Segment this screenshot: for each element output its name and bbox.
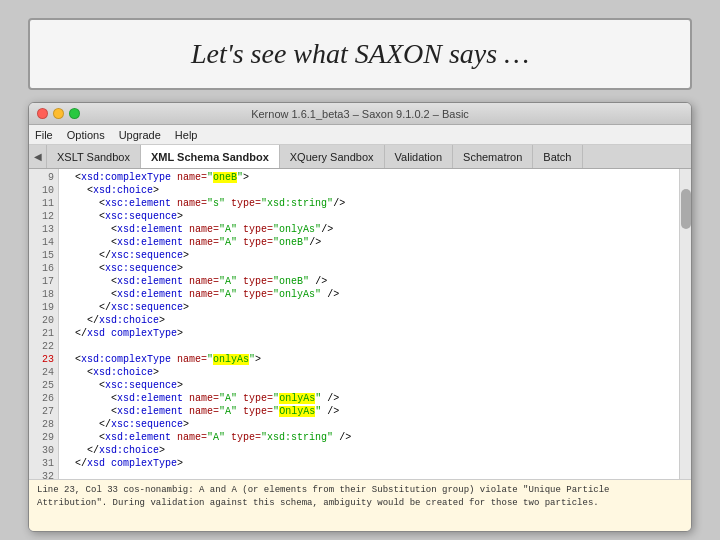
code-line-19: </xsc:sequence> — [63, 301, 675, 314]
code-line-23: <xsd:complexType name="onlyAs"> — [63, 353, 675, 366]
title-bar: Kernow 1.6.1_beta3 – Saxon 9.1.0.2 – Bas… — [29, 103, 691, 125]
code-line-18: <xsd:element name="A" type="onlyAs" /> — [63, 288, 675, 301]
tab-xslt-sandbox[interactable]: XSLT Sandbox — [47, 145, 141, 168]
maximize-button[interactable] — [69, 108, 80, 119]
line-num-10: 10 — [29, 184, 54, 197]
tab-batch[interactable]: Batch — [533, 145, 582, 168]
scroll-thumb[interactable] — [681, 189, 691, 229]
code-line-10: <xsd:choice> — [63, 184, 675, 197]
menu-options[interactable]: Options — [67, 129, 105, 141]
error-area: Line 23, Col 33 cos-nonambig: A and A (o… — [29, 479, 691, 531]
code-line-30: </xsd:choice> — [63, 444, 675, 457]
code-line-26: <xsd:element name="A" type="onlyAs" /> — [63, 392, 675, 405]
line-numbers: 9 10 11 12 13 14 15 16 17 18 19 20 21 22… — [29, 169, 59, 479]
line-num-26: 26 — [29, 392, 54, 405]
tab-bar: ◀ XSLT Sandbox XML Schema Sandbox XQuery… — [29, 145, 691, 169]
tab-scroll-arrow[interactable]: ◀ — [29, 145, 47, 168]
code-editor[interactable]: <xsd:complexType name="oneB"> <xsd:choic… — [59, 169, 679, 479]
code-line-28: </xsc:sequence> — [63, 418, 675, 431]
title-text: Let's see what SAXON says … — [191, 38, 529, 69]
line-num-31: 31 — [29, 457, 54, 470]
content-area: 9 10 11 12 13 14 15 16 17 18 19 20 21 22… — [29, 169, 691, 479]
line-num-27: 27 — [29, 405, 54, 418]
line-num-28: 28 — [29, 418, 54, 431]
line-num-19: 19 — [29, 301, 54, 314]
line-num-21: 21 — [29, 327, 54, 340]
tab-validation[interactable]: Validation — [385, 145, 454, 168]
code-line-17: <xsd:element name="A" type="oneB" /> — [63, 275, 675, 288]
line-num-30: 30 — [29, 444, 54, 457]
code-line-25: <xsc:sequence> — [63, 379, 675, 392]
menu-help[interactable]: Help — [175, 129, 198, 141]
code-line-29: <xsd:element name="A" type="xsd:string" … — [63, 431, 675, 444]
code-line-20: </xsd:choice> — [63, 314, 675, 327]
window-title: Kernow 1.6.1_beta3 – Saxon 9.1.0.2 – Bas… — [251, 108, 469, 120]
tab-xml-schema-sandbox[interactable]: XML Schema Sandbox — [141, 145, 280, 168]
error-message: Line 23, Col 33 cos-nonambig: A and A (o… — [37, 485, 610, 508]
code-line-27: <xsd:element name="A" type="OnlyAs" /> — [63, 405, 675, 418]
menu-file[interactable]: File — [35, 129, 53, 141]
minimize-button[interactable] — [53, 108, 64, 119]
code-line-31: </xsd complexType> — [63, 457, 675, 470]
traffic-lights — [37, 108, 80, 119]
code-line-32 — [63, 470, 675, 479]
tab-schematron[interactable]: Schematron — [453, 145, 533, 168]
line-num-23: 23 — [29, 353, 54, 366]
line-num-17: 17 — [29, 275, 54, 288]
line-num-16: 16 — [29, 262, 54, 275]
line-num-14: 14 — [29, 236, 54, 249]
line-num-24: 24 — [29, 366, 54, 379]
line-num-12: 12 — [29, 210, 54, 223]
code-line-21: </xsd complexType> — [63, 327, 675, 340]
line-num-13: 13 — [29, 223, 54, 236]
close-button[interactable] — [37, 108, 48, 119]
line-num-25: 25 — [29, 379, 54, 392]
code-line-11: <xsc:element name="s" type="xsd:string"/… — [63, 197, 675, 210]
line-num-29: 29 — [29, 431, 54, 444]
title-slide: Let's see what SAXON says … — [28, 18, 692, 90]
menu-upgrade[interactable]: Upgrade — [119, 129, 161, 141]
code-line-22 — [63, 340, 675, 353]
code-line-24: <xsd:choice> — [63, 366, 675, 379]
code-line-16: <xsc:sequence> — [63, 262, 675, 275]
line-num-11: 11 — [29, 197, 54, 210]
vertical-scrollbar[interactable] — [679, 169, 691, 479]
menu-bar: File Options Upgrade Help — [29, 125, 691, 145]
line-num-32: 32 — [29, 470, 54, 479]
code-line-14: <xsd:element name="A" type="oneB"/> — [63, 236, 675, 249]
code-line-13: <xsd:element name="A" type="onlyAs"/> — [63, 223, 675, 236]
line-num-9: 9 — [29, 171, 54, 184]
line-num-18: 18 — [29, 288, 54, 301]
app-window: Kernow 1.6.1_beta3 – Saxon 9.1.0.2 – Bas… — [28, 102, 692, 532]
tab-xquery-sandbox[interactable]: XQuery Sandbox — [280, 145, 385, 168]
code-line-9: <xsd:complexType name="oneB"> — [63, 171, 675, 184]
code-line-12: <xsc:sequence> — [63, 210, 675, 223]
line-num-20: 20 — [29, 314, 54, 327]
code-line-15: </xsc:sequence> — [63, 249, 675, 262]
line-num-15: 15 — [29, 249, 54, 262]
line-num-22: 22 — [29, 340, 54, 353]
